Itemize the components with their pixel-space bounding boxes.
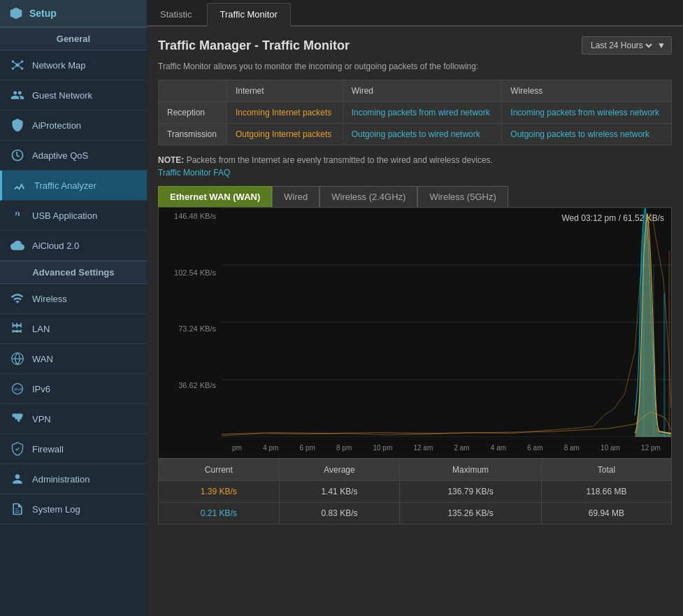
cell-transmission-wireless: Outgoing packets to wireless network [502,124,672,145]
sidebar-item-aicloud[interactable]: AiCloud 2.0 [0,231,147,261]
link-incoming-wired[interactable]: Incoming packets from wired network [352,108,490,117]
sidebar-item-ipv6[interactable]: IPv6 IPv6 [0,374,147,404]
stats-maximum-2: 135.26 KB/s [400,503,542,524]
setup-icon [8,6,24,21]
advanced-section-header: Advanced Settings [0,261,147,284]
x-label-10: 8 am [564,444,580,452]
sidebar-item-wan[interactable]: WAN [0,344,147,374]
stats-table: Current Average Maximum Total 1.39 KB/s … [158,459,672,524]
svg-line-6 [17,62,22,65]
stats-header-maximum: Maximum [400,459,542,481]
sidebar-item-administration[interactable]: Administration [0,464,147,494]
sidebar-item-wireless[interactable]: Wireless [0,284,147,314]
stats-header-average: Average [279,459,400,481]
stats-row-1: 1.39 KB/s 1.41 KB/s 136.79 KB/s 118.66 M… [159,481,672,503]
stats-header-total: Total [541,459,671,481]
svg-line-5 [13,62,17,65]
x-label-2: 4 pm [263,444,278,452]
x-label-9: 6 am [527,444,542,452]
svg-rect-22 [668,251,670,438]
col-header-wired: Wired [343,80,502,102]
sidebar-item-label: USB Application [32,210,97,221]
sidebar-item-guest-network[interactable]: Guest Network [0,80,147,110]
svg-rect-20 [653,265,654,437]
firewall-icon [10,441,25,457]
administration-icon [10,471,25,487]
system-log-icon [10,501,25,517]
row-label-transmission: Transmission [159,124,227,145]
col-header-empty [159,80,227,102]
sidebar-item-lan[interactable]: LAN [0,314,147,344]
sidebar-item-vpn[interactable]: VPN [0,404,147,434]
sidebar-item-adaptive-qos[interactable]: Adaptive QoS [0,141,147,171]
stats-current-1: 1.39 KB/s [159,481,280,503]
link-outgoing-wireless[interactable]: Outgoing packets to wireless network [510,129,649,139]
time-select[interactable]: Last 24 Hours Last 7 Days Last 30 Days [588,40,654,51]
note-text: NOTE: NOTE: Packets from the Internet ar… [158,155,672,165]
x-label-6: 12 am [413,444,433,452]
chart-tab-wired[interactable]: Wired [272,186,319,207]
row-label-reception: Reception [159,102,227,124]
table-row-reception: Reception Incoming Internet packets Inco… [159,102,672,124]
x-label-1: pm [232,444,242,452]
chart-tab-wireless5[interactable]: Wireless (5GHz) [417,186,508,207]
sidebar-item-usb-application[interactable]: USB Application [0,201,147,231]
usb-application-icon [10,208,25,223]
chart-area [222,208,671,437]
chart-tab-wireless24[interactable]: Wireless (2.4GHz) [319,186,417,207]
chart-x-labels: pm 4 pm 6 pm 8 pm 10 pm 12 am 2 am 4 am … [222,437,671,458]
svg-line-8 [17,65,22,69]
cell-reception-wired: Incoming packets from wired network [343,102,502,124]
tab-statistic[interactable]: Statistic [147,3,206,25]
aicloud-icon [10,238,25,253]
aiprotection-icon [10,117,25,133]
stats-header-current: Current [159,459,280,481]
col-header-wireless: Wireless [502,80,672,102]
sidebar-item-network-map[interactable]: Network Map [0,50,147,80]
time-dropdown[interactable]: Last 24 Hours Last 7 Days Last 30 Days ▼ [582,36,672,55]
sidebar-item-label: System Log [32,504,80,515]
sidebar-item-label: Network Map [32,60,86,71]
sidebar-item-firewall[interactable]: Firewall [0,434,147,464]
stats-average-1: 1.41 KB/s [279,481,400,503]
chart-tab-wan[interactable]: Ethernet WAN (WAN) [158,186,272,207]
lan-icon [10,321,25,336]
page-title: Traffic Manager - Traffic Monitor [158,38,350,53]
sidebar-item-traffic-analyzer[interactable]: Traffic Analyzer [0,171,147,201]
time-selector[interactable]: Last 24 Hours Last 7 Days Last 30 Days ▼ [582,36,672,55]
sidebar-item-aiprotection[interactable]: AiProtection [0,110,147,141]
link-outgoing-internet[interactable]: Outgoing Internet packets [236,129,331,139]
vpn-icon [10,411,25,427]
y-label-4: 36.62 KB/s [163,381,216,389]
x-label-12: 12 pm [641,444,661,452]
sidebar-item-label: AiProtection [32,120,81,131]
adaptive-qos-icon [10,148,25,163]
y-label-3: 73.24 KB/s [163,324,216,333]
col-header-internet: Internet [227,80,343,102]
tab-traffic-monitor[interactable]: Traffic Monitor [207,3,291,27]
chart-svg [222,208,671,437]
link-incoming-internet[interactable]: Incoming Internet packets [236,108,331,117]
link-outgoing-wired[interactable]: Outgoing packets to wired network [352,129,480,139]
stats-total-2: 69.94 MB [541,503,671,524]
sidebar-item-label: VPN [32,414,51,424]
content-area: Traffic Manager - Traffic Monitor Last 2… [147,27,683,616]
traffic-monitor-faq-link[interactable]: Traffic Monitor FAQ [158,168,672,178]
sidebar-item-system-log[interactable]: System Log [0,494,147,524]
table-row-transmission: Transmission Outgoing Internet packets O… [159,124,672,145]
guest-network-icon [10,87,25,103]
y-label-1: 146.48 KB/s [163,212,216,220]
stats-row-2: 0.21 KB/s 0.83 KB/s 135.26 KB/s 69.94 MB [159,503,672,524]
link-incoming-wireless[interactable]: Incoming packets from wireless network [510,108,659,117]
sidebar-item-label: LAN [32,324,50,334]
setup-label: Setup [29,8,57,19]
x-label-11: 10 am [601,444,620,452]
sidebar-item-label: Adaptive QoS [32,150,88,161]
stats-current-2: 0.21 KB/s [159,503,280,524]
chart-y-labels: 146.48 KB/s 102.54 KB/s 73.24 KB/s 36.62… [159,208,222,437]
page-header: Traffic Manager - Traffic Monitor Last 2… [158,36,672,55]
dropdown-arrow-icon: ▼ [657,41,666,50]
stats-total-1: 118.66 MB [541,481,671,503]
sidebar-setup[interactable]: Setup [0,0,147,27]
svg-rect-19 [642,208,644,437]
